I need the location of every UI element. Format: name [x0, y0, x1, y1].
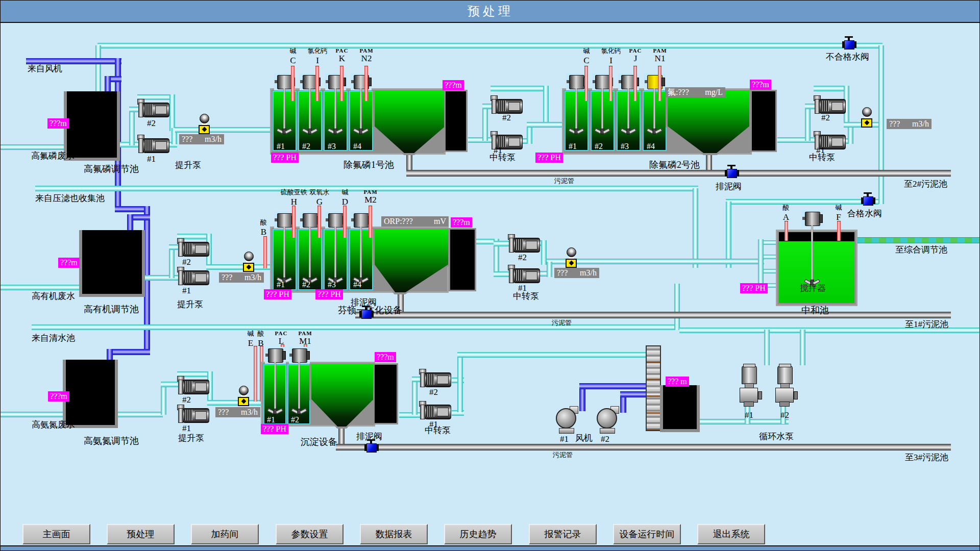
- nav-dosing-room[interactable]: 加药间: [191, 524, 259, 544]
- sediment-name: 沉淀设备: [301, 437, 337, 447]
- pump-label: #2: [780, 410, 789, 420]
- sludge-drain-valve[interactable]: [724, 165, 739, 178]
- pipe: [118, 412, 163, 417]
- lift-pump-2[interactable]: [136, 102, 169, 117]
- flow-meter[interactable]: [238, 386, 249, 406]
- transfer-pump-2[interactable]: [813, 98, 845, 114]
- reject-water-valve[interactable]: [841, 36, 856, 49]
- pump-group-label: 中转泵: [425, 425, 451, 436]
- lift-pump-1[interactable]: [176, 270, 209, 285]
- accept-water-valve[interactable]: [860, 192, 875, 206]
- mixer[interactable]: [351, 73, 372, 134]
- nav-device-runtime[interactable]: 设备运行时间: [613, 524, 681, 544]
- pipe: [169, 245, 175, 278]
- dosing-tube: [609, 66, 612, 101]
- pipe: [777, 137, 818, 143]
- water-label: 高氨氮废水: [32, 420, 75, 430]
- mixer[interactable]: [289, 347, 310, 414]
- mixer[interactable]: [802, 210, 823, 285]
- air-pipe: [105, 76, 111, 93]
- level-display: ???m: [451, 217, 472, 228]
- lift-pump-1[interactable]: [176, 408, 209, 423]
- flow-meter[interactable]: [199, 114, 210, 134]
- transfer-pump-1[interactable]: [418, 404, 451, 419]
- dosing-tube: [584, 66, 588, 101]
- tank-name: 高氟磷调节池: [84, 164, 139, 174]
- pipe: [527, 122, 565, 128]
- fan-label: #1: [560, 434, 569, 444]
- nav-alarm-record[interactable]: 报警记录: [529, 524, 597, 544]
- cell-label: #2: [302, 142, 310, 151]
- dosing-tube: [292, 206, 296, 238]
- flow-readout: ???m3/h: [215, 407, 260, 417]
- nav-pretreatment[interactable]: 预处理: [107, 524, 175, 544]
- pipe: [175, 127, 272, 133]
- level-display: ???m: [48, 391, 69, 402]
- dosing-tube: [254, 346, 257, 402]
- chem-name: PAM: [645, 47, 675, 54]
- pipe: [457, 352, 648, 358]
- pipe: [726, 199, 878, 205]
- pump-label: #1: [147, 154, 156, 164]
- flow-unit: m3/h: [912, 119, 929, 129]
- tank-name: 高有机调节池: [84, 304, 139, 315]
- pump-group-label: 中转泵: [809, 153, 835, 163]
- mixer-label: 搅拌器: [800, 283, 826, 293]
- flow-meter[interactable]: [566, 247, 577, 268]
- cell-label: #2: [595, 142, 603, 151]
- transfer-pump-1[interactable]: [507, 268, 540, 283]
- flow-readout: ???m3/h: [179, 134, 224, 144]
- pump-group-label: 提升泵: [177, 299, 203, 310]
- pipe: [412, 378, 418, 415]
- nav-history-trend[interactable]: 历史趋势: [444, 524, 512, 544]
- dosing-tube: [291, 66, 295, 101]
- mixer[interactable]: [265, 347, 286, 414]
- blower-fan-1[interactable]: [555, 405, 578, 434]
- nav-main-screen[interactable]: 主画面: [22, 524, 90, 544]
- sludge-pipe: [406, 170, 951, 177]
- title-bar: 预处理: [1, 1, 980, 23]
- chem-id: N1: [645, 54, 675, 64]
- transfer-pump-2[interactable]: [418, 372, 451, 387]
- nav-data-report[interactable]: 数据报表: [360, 524, 428, 544]
- pipe: [693, 188, 698, 268]
- flow-meter[interactable]: [243, 252, 254, 272]
- destination-label: 至1#污泥池: [905, 319, 948, 330]
- pipe: [482, 105, 488, 141]
- mixer-running[interactable]: [644, 73, 665, 134]
- pump-group-label: 循环水泵: [759, 432, 794, 442]
- pump-label: #1: [745, 410, 753, 420]
- mixer[interactable]: [566, 73, 587, 134]
- pump-label: #2: [182, 257, 191, 267]
- chem-name: PAM: [355, 189, 386, 195]
- pump-label: #1: [182, 286, 191, 296]
- pipe: [206, 264, 273, 270]
- pump-label: #2: [518, 253, 527, 263]
- circulation-pump-2[interactable]: [773, 364, 796, 409]
- nav-parameter-settings[interactable]: 参数设置: [276, 524, 344, 544]
- sludge-drain-valve[interactable]: [363, 439, 379, 453]
- flow-readout: ???m3/h: [554, 268, 599, 278]
- lift-pump-2[interactable]: [176, 241, 209, 257]
- level-display: ???m: [47, 118, 69, 129]
- dosing-tube: [633, 66, 637, 101]
- flow-meter[interactable]: [861, 107, 872, 128]
- blower-fan-2[interactable]: [596, 405, 619, 434]
- lift-pump-1[interactable]: [136, 138, 169, 153]
- destination-label: 至3#污泥池: [905, 453, 948, 463]
- chem-name: 酸: [253, 329, 268, 338]
- pipe: [758, 239, 764, 290]
- circulation-pump-1[interactable]: [738, 364, 760, 409]
- air-pipe: [579, 383, 647, 389]
- sludge-pipe: [355, 312, 951, 318]
- dosing-tube: [369, 206, 372, 238]
- cell-label: #4: [647, 142, 655, 151]
- lift-pump-2[interactable]: [176, 379, 209, 394]
- nav-exit-system[interactable]: 退出系统: [697, 524, 765, 544]
- sludge-drain-valve[interactable]: [358, 306, 374, 319]
- cell-label: #3: [328, 280, 336, 289]
- transfer-pump-2[interactable]: [507, 237, 540, 253]
- level-display: ???m: [375, 352, 396, 362]
- flow-value: ???: [222, 272, 232, 283]
- transfer-pump-2[interactable]: [489, 98, 522, 114]
